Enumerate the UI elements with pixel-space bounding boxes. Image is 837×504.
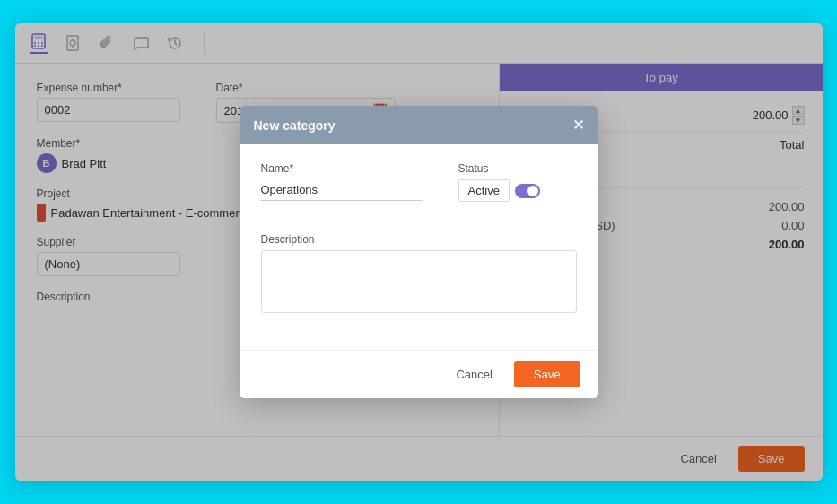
modal-save-button[interactable]: Save: [514, 361, 580, 387]
modal-cancel-button[interactable]: Cancel: [443, 361, 504, 387]
modal-footer: Cancel Save: [240, 350, 598, 398]
modal-top-row: Name* Status Active: [261, 162, 577, 217]
modal-title: New category: [254, 118, 336, 133]
modal-overlay: New category ✕ Name* Status Active: [15, 23, 823, 481]
modal-status-field: Status Active: [458, 162, 577, 217]
modal-description-input[interactable]: [261, 250, 577, 313]
status-toggle: Active: [458, 179, 577, 202]
modal-description-field: Description: [261, 233, 577, 316]
status-toggle-switch[interactable]: [515, 184, 540, 198]
modal-name-field: Name*: [261, 162, 423, 201]
modal-status-label: Status: [458, 162, 577, 175]
modal-body: Name* Status Active Description: [240, 144, 598, 350]
modal-name-input[interactable]: [261, 179, 423, 201]
main-window: Expense number* Date* 2018-10-11 📅 Membe…: [15, 23, 823, 481]
modal-close-button[interactable]: ✕: [572, 117, 584, 134]
modal-name-label: Name*: [261, 162, 423, 175]
status-text: Active: [458, 179, 510, 202]
modal-header: New category ✕: [240, 106, 598, 144]
modal-description-label: Description: [261, 233, 577, 246]
new-category-modal: New category ✕ Name* Status Active: [240, 106, 598, 398]
